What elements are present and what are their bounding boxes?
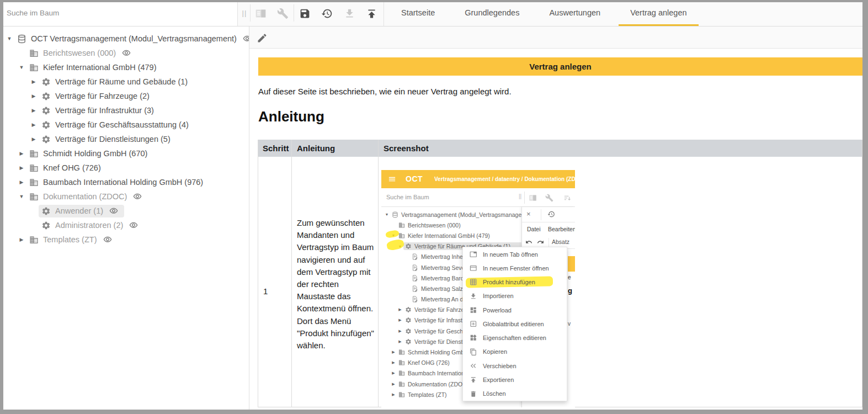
table-cell-step: 1 [263,286,285,296]
form-panel-button [251,4,270,23]
gear-icon [404,338,412,345]
tab-vertrag-anlegen[interactable]: Vertrag anlegen [619,0,698,26]
tab-startseite[interactable]: Startseite [390,0,446,26]
window-frame [0,0,3,414]
sidebar-tree-item-baumbach-international-holding-gmbh-976[interactable]: ▶Baumbach International Holding GmbH (97… [0,175,249,189]
chevron-down-icon[interactable]: ▼ [17,194,26,199]
chevron-right-icon[interactable]: ▶ [17,237,26,242]
embed-panel-divider [549,238,549,247]
eye-icon[interactable] [127,221,140,230]
download-button [340,4,359,23]
sidebar-tree-item-verträge-für-geschäftsausstattung-4[interactable]: ▶Verträge für Geschäftsausstattung (4) [0,118,249,132]
eye-icon[interactable] [131,192,143,201]
pencil-icon [257,33,268,44]
embed-context-menu-item-in-neuem-fenster-öffnen: In neuem Fenster öffnen [463,261,567,275]
chevron-right-icon[interactable]: ▶ [17,179,26,185]
embed-tree-item-label: Mietvertrag Salzs [421,285,466,292]
chevron-down-icon[interactable]: ▼ [17,65,26,70]
table-border [378,140,379,407]
tree-item-content: Kiefer International GmbH (479) [26,61,161,74]
eye-icon[interactable] [102,235,114,244]
tree-item-content: Verträge für Räume und Gebäude (1) [39,76,192,88]
embed-tree-item-label: Berichtswesen (000) [408,222,461,229]
upload-button[interactable] [362,4,381,23]
eye-icon[interactable] [108,206,120,215]
history-button[interactable] [317,4,336,23]
embed-tree-item-label: Mietvertrag Inhei [421,253,464,260]
tree-item-content: Administratoren (2) [39,219,144,232]
toolbar-divider [294,4,294,22]
sidebar-tree-item-schmidt-holding-gmbh-670[interactable]: ▶Schmidt Holding GmbH (670) [0,146,249,161]
chevron-down-icon: ▼ [384,213,390,216]
chevron-right-icon[interactable]: ▶ [29,108,39,113]
tree-item-content: Berichtswesen (000) [26,47,137,60]
hamburger-icon [387,175,397,183]
sidebar-tree-item-administratoren-2[interactable]: Administratoren (2) [0,218,249,232]
chevron-right-icon[interactable]: ▶ [29,93,39,99]
chevron-down-icon[interactable]: ▼ [4,36,14,41]
save-button[interactable] [295,4,314,23]
tree-item-content: Verträge für Fahrzeuge (2) [39,90,154,103]
building-icon [28,49,40,58]
sidebar-tree-item-verträge-für-dienstleistungen-5[interactable]: ▶Verträge für Dienstleistungen (5) [0,132,249,146]
embed-breadcrumb: Vertragsmanagement / dataentry / Dokumen… [434,176,575,182]
content-toolbar [249,26,862,49]
save-icon [299,8,311,19]
embed-context-menu-item-globalattribut-editieren: Globalattribut editieren [463,317,567,331]
sidebar-tree-item-knef-ohg-726[interactable]: ▶Knef OHG (726) [0,161,249,175]
chevron-right-icon[interactable]: ▶ [29,136,39,142]
chevron-right-icon[interactable]: ▶ [17,151,26,156]
sidebar-tree-item-verträge-für-räume-und-gebäude-1[interactable]: ▶Verträge für Räume und Gebäude (1) [0,75,249,89]
search-input[interactable] [0,0,238,26]
history-icon [321,8,333,19]
sidebar-tree-item-verträge-für-fahrzeuge-2[interactable]: ▶Verträge für Fahrzeuge (2) [0,89,249,103]
embed-context-menu-label: Powerload [483,307,512,314]
embed-text-fragment: g [568,286,572,295]
embed-search-placeholder: Suche im Baum [386,194,429,200]
sidebar-tree-item-anwender-1[interactable]: Anwender (1) [0,204,249,218]
embed-banner-fragment [568,256,575,272]
embed-context-menu: In neuem Tab öffnenIn neuem Fenster öffn… [462,247,567,401]
splitter-handle[interactable]: || [239,0,249,26]
sidebar-tree-item-verträge-für-infrastruktur-3[interactable]: ▶Verträge für Infrastruktur (3) [0,103,249,118]
copy-icon [469,348,477,356]
sidebar-tree-item-berichtswesen-000[interactable]: Berichtswesen (000) [0,46,249,60]
contract-icon [411,253,419,260]
sidebar-tree-item-dokumentation-zdoc[interactable]: ▼Dokumentation (ZDOC) [0,189,249,204]
window-frame [0,0,868,2]
building-icon [28,192,40,201]
sidebar-tree-item-oct-vertragsmanagement-modul-vertragsmanagement[interactable]: ▼OCT Vertragsmanagement (Modul_Vertragsm… [0,31,249,46]
history-icon [547,210,555,218]
chevron-right-icon: ▶ [397,318,403,322]
embed-context-menu-label: Eigenschaften editieren [483,335,546,341]
wrench-button [273,4,292,23]
chevron-right-icon: ▶ [397,329,403,333]
wrench-icon [277,8,289,19]
dashboard-icon [469,306,477,314]
widgets-icon [469,334,477,342]
eye-icon[interactable] [120,49,132,57]
table-header-cell: Schritt [258,140,291,157]
gear-icon [404,243,412,250]
settings-box-icon [469,320,477,328]
gear-icon [40,221,52,230]
gear-icon [40,92,52,101]
tree-item-label: Templates (ZT) [43,235,97,244]
topbar: || StartseiteGrundlegendesAuswertungenVe… [0,0,862,26]
chevron-right-icon[interactable]: ▶ [29,79,39,84]
embed-tree-item-content: Templates (ZT) [397,391,449,399]
chevron-right-icon[interactable]: ▶ [17,165,26,171]
embed-tree-item-vertragsmanagement-modul-vertragsmanagement: ▼Vertragsmanagement (Modul_Vertragsmanag… [381,209,521,220]
tab-grundlegendes[interactable]: Grundlegendes [453,0,531,26]
embed-context-menu-label: Importieren [483,293,514,299]
building-icon [397,370,406,376]
tab-auswertungen[interactable]: Auswertungen [537,0,612,26]
building-icon [28,149,40,158]
sidebar-tree-item-templates-zt[interactable]: ▶Templates (ZT) [0,232,249,247]
eye-icon[interactable] [241,34,249,43]
edit-page-button[interactable] [255,31,269,45]
sidebar-tree-item-kiefer-international-gmbh-479[interactable]: ▼Kiefer International GmbH (479) [0,60,249,75]
embed-menu-datei: Datei [527,226,541,232]
building-icon [28,178,40,187]
chevron-right-icon[interactable]: ▶ [29,122,39,128]
